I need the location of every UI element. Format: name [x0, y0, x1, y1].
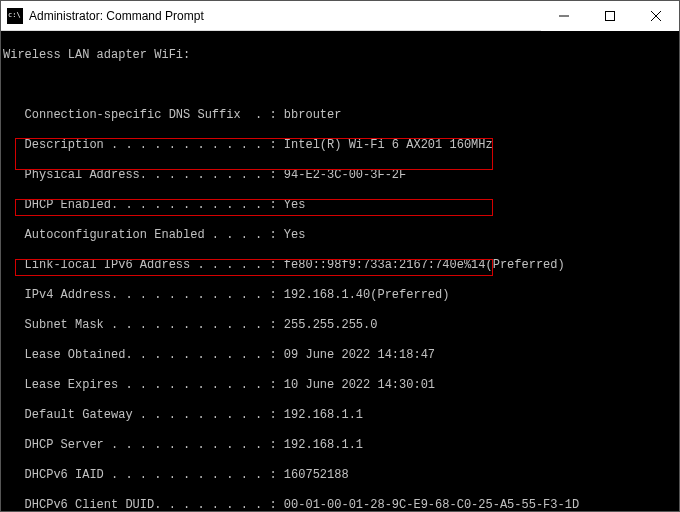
wifi-dhcp-server: DHCP Server . . . . . . . . . . . : 192.…: [3, 438, 679, 453]
wifi-dhcpv6-iaid: DHCPv6 IAID . . . . . . . . . . . : 1607…: [3, 468, 679, 483]
wifi-linklocal-ipv6: Link-local IPv6 Address . . . . . : fe80…: [3, 258, 679, 273]
window-controls: [541, 1, 679, 31]
minimize-button[interactable]: [541, 1, 587, 31]
terminal-output[interactable]: Wireless LAN adapter WiFi: Connection-sp…: [1, 31, 679, 511]
cmd-window: Administrator: Command Prompt Wireless L…: [0, 0, 680, 512]
maximize-button[interactable]: [587, 1, 633, 31]
wifi-physical-address: Physical Address. . . . . . . . . : 94-E…: [3, 168, 679, 183]
wifi-dhcp-enabled: DHCP Enabled. . . . . . . . . . . : Yes: [3, 198, 679, 213]
svg-rect-1: [606, 11, 615, 20]
wifi-dns-suffix: Connection-specific DNS Suffix . : bbrou…: [3, 108, 679, 123]
wifi-dhcpv6-duid: DHCPv6 Client DUID. . . . . . . . : 00-0…: [3, 498, 679, 511]
wifi-autoconfig: Autoconfiguration Enabled . . . . : Yes: [3, 228, 679, 243]
wifi-default-gateway: Default Gateway . . . . . . . . . : 192.…: [3, 408, 679, 423]
cmd-icon: [7, 8, 23, 24]
wifi-ipv4-address: IPv4 Address. . . . . . . . . . . : 192.…: [3, 288, 679, 303]
window-title: Administrator: Command Prompt: [29, 9, 541, 23]
wifi-adapter-header: Wireless LAN adapter WiFi:: [3, 48, 679, 63]
wifi-subnet-mask: Subnet Mask . . . . . . . . . . . : 255.…: [3, 318, 679, 333]
blank-line: [3, 78, 679, 93]
close-button[interactable]: [633, 1, 679, 31]
titlebar[interactable]: Administrator: Command Prompt: [1, 1, 679, 31]
wifi-lease-obtained: Lease Obtained. . . . . . . . . . : 09 J…: [3, 348, 679, 363]
wifi-lease-expires: Lease Expires . . . . . . . . . . : 10 J…: [3, 378, 679, 393]
wifi-description: Description . . . . . . . . . . . : Inte…: [3, 138, 679, 153]
